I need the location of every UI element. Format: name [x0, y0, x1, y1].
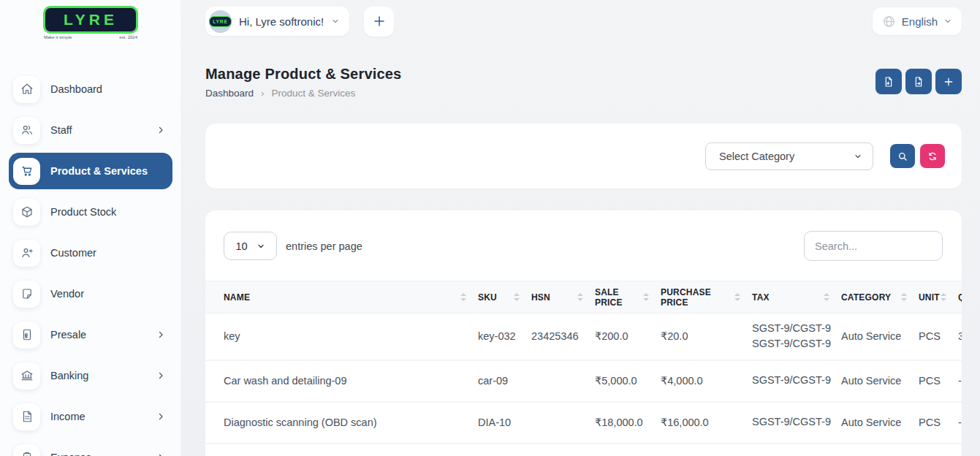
sidebar-item-label: Income [50, 411, 86, 422]
column-header-sale-price[interactable]: SALE PRICE [595, 281, 661, 314]
user-menu[interactable]: LYRE Hi, Lyre softronic! [205, 7, 349, 36]
main-content: LYRE Hi, Lyre softronic! English [181, 0, 980, 456]
cell-purchase-price: ₹16,000.0 [661, 402, 752, 444]
file-export-icon [913, 76, 924, 88]
column-header-category[interactable]: CATEGORY [841, 281, 919, 314]
file-import-icon [883, 76, 894, 88]
sort-icon [514, 293, 520, 301]
breadcrumb: Dashboard › Product & Services [205, 88, 401, 99]
category-select[interactable]: Select Category [705, 142, 873, 170]
brand-tagline: Make it simple [44, 35, 72, 39]
cell-unit: PCS [919, 402, 958, 444]
refresh-icon [927, 151, 938, 162]
sidebar-item-customer[interactable]: Customer [0, 235, 181, 271]
file-badge-icon [13, 322, 40, 349]
box-icon [13, 199, 40, 226]
cell-unit: PCS [919, 360, 958, 402]
breadcrumb-dashboard-link[interactable]: Dashboard [205, 88, 254, 99]
cell-sale-price: ₹5,000.0 [595, 360, 661, 402]
entries-per-page-label: entries per page [286, 240, 804, 252]
cell-tax: SGST-9/CGST-9 SGST-9/CGST-9 [752, 314, 841, 360]
bank-icon [13, 362, 40, 390]
column-header-hsn[interactable]: HSN [531, 281, 595, 314]
user-plus-icon [13, 240, 40, 267]
chevron-right-icon [156, 371, 165, 380]
column-label: QUANTITY [958, 292, 962, 303]
filter-search-button[interactable] [890, 144, 915, 168]
sidebar-item-product-services[interactable]: Product & Services [9, 153, 172, 189]
export-button[interactable] [905, 69, 932, 94]
sidebar-item-product-stock[interactable]: Product Stock [0, 194, 181, 230]
cell-purchase-price: ₹20.0 [661, 314, 752, 360]
filter-reset-button[interactable] [920, 144, 945, 168]
sidebar-item-label: Expense [50, 452, 91, 456]
table-row: Diagnostic scanning (OBD scan) DIA-10 ₹1… [205, 402, 962, 444]
column-label: CATEGORY [841, 292, 891, 303]
table-search-input[interactable] [804, 231, 943, 261]
sidebar-nav: Dashboard Staff Product & Services [0, 69, 181, 456]
column-label: NAME [224, 292, 250, 303]
cell-name: key [205, 314, 478, 360]
sidebar: LYRE Make it simple est. 2024 Dashboard … [0, 0, 181, 456]
column-header-unit[interactable]: UNIT [919, 281, 958, 314]
brand-logo-subtext: Make it simple est. 2024 [43, 35, 138, 39]
column-label: TAX [752, 292, 770, 303]
column-header-sku[interactable]: SKU [478, 281, 531, 314]
page-size-select[interactable]: 10 [224, 232, 277, 260]
column-label: HSN [531, 292, 550, 303]
chevron-right-icon [156, 126, 165, 134]
sidebar-item-presale[interactable]: Presale [0, 316, 181, 353]
sidebar-item-label: Presale [50, 329, 86, 341]
column-label: SALE PRICE [595, 287, 643, 308]
sidebar-item-label: Customer [50, 247, 96, 259]
category-select-value: Select Category [719, 151, 794, 162]
chevron-right-icon [156, 412, 165, 421]
column-header-tax[interactable]: TAX [752, 281, 841, 314]
topbar: LYRE Hi, Lyre softronic! English [205, 4, 962, 38]
cell-unit: PCS [919, 314, 958, 360]
chevron-down-icon [257, 242, 265, 251]
sort-icon [941, 293, 946, 301]
cell-sku: car-09 [478, 360, 531, 402]
page-header: Manage Product & Services Dashboard › Pr… [205, 66, 962, 99]
column-label: PURCHASE PRICE [661, 287, 734, 308]
table-scroll-area[interactable]: NAME SKU HSN SALE PRICE PURCHASE PRICE T… [205, 281, 962, 444]
language-selector[interactable]: English [873, 7, 962, 35]
page-actions [875, 69, 962, 94]
column-header-name[interactable]: NAME [205, 281, 478, 314]
breadcrumb-separator: › [261, 88, 265, 99]
cell-name: Car wash and detailing-09 [205, 360, 478, 402]
column-label: SKU [478, 292, 497, 303]
create-button[interactable] [935, 69, 962, 94]
cell-hsn: 23425346 [531, 314, 595, 360]
brand-logo-badge: LYRE [43, 6, 138, 34]
sidebar-item-dashboard[interactable]: Dashboard [0, 71, 181, 107]
sidebar-item-staff[interactable]: Staff [0, 112, 181, 148]
sidebar-item-label: Banking [50, 370, 88, 381]
sidebar-item-income[interactable]: Income [0, 398, 181, 435]
sidebar-item-expense[interactable]: Expense [0, 439, 181, 456]
sidebar-item-label: Dashboard [50, 83, 102, 95]
cell-category: Auto Service [841, 314, 919, 360]
cell-category: Auto Service [841, 402, 919, 444]
avatar: LYRE [209, 10, 232, 33]
column-header-quantity[interactable]: QUANTITY [958, 281, 962, 314]
sidebar-item-label: Product & Services [50, 165, 148, 177]
cell-quantity: 3 [958, 314, 962, 360]
column-label: UNIT [919, 292, 940, 303]
brand-logo-text: LYRE [64, 11, 118, 28]
cell-purchase-price: ₹4,000.0 [661, 360, 752, 402]
quick-add-button[interactable] [364, 7, 394, 37]
sort-icon [643, 293, 649, 301]
user-greeting: Hi, Lyre softronic! [239, 15, 324, 28]
page-size-value: 10 [235, 240, 247, 252]
sidebar-item-vendor[interactable]: Vendor [0, 276, 181, 312]
breadcrumb-current: Product & Services [272, 88, 356, 99]
sidebar-item-banking[interactable]: Banking [0, 357, 181, 394]
brand-logo[interactable]: LYRE Make it simple est. 2024 [43, 6, 138, 39]
import-button[interactable] [875, 69, 902, 94]
column-header-purchase-price[interactable]: PURCHASE PRICE [661, 281, 752, 314]
tax-line: SGST-9/CGST-9 [752, 373, 835, 389]
tax-line: SGST-9/CGST-9 [752, 414, 835, 430]
chevron-down-icon [854, 152, 862, 161]
